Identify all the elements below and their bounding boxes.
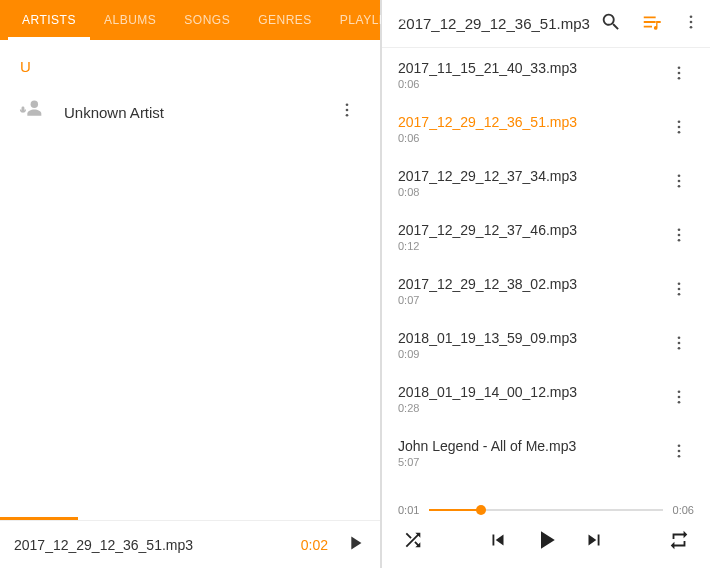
track-more-icon[interactable] [664,328,694,362]
mini-player-title: 2017_12_29_12_36_51.mp3 [14,537,301,553]
track-list: 2017_11_15_21_40_33.mp30:062017_12_29_12… [382,48,710,504]
track-info: 2017_11_15_21_40_33.mp30:06 [398,60,664,90]
svg-point-17 [678,228,681,231]
track-row[interactable]: John Legend - All of Me.mp35:07 [382,426,710,480]
artist-row[interactable]: Unknown Artist [0,83,380,141]
right-pane: 2017_12_29_12_36_51.mp3 2017_11_15_21_40… [382,0,710,568]
track-more-icon[interactable] [664,166,694,200]
svg-point-27 [678,396,681,399]
artist-name: Unknown Artist [64,104,332,121]
playback-controls [382,516,710,568]
next-button[interactable] [583,529,605,555]
tab-playlists[interactable]: PLAYLISTS [326,0,422,40]
track-title: 2018_01_19_13_59_09.mp3 [398,330,664,346]
shuffle-button[interactable] [402,529,424,555]
svg-point-24 [678,342,681,345]
header-title: 2017_12_29_12_36_51.mp3 [392,15,600,32]
mini-play-button[interactable] [344,532,366,558]
now-playing-header: 2017_12_29_12_36_51.mp3 [382,0,710,48]
search-icon[interactable] [600,11,622,37]
svg-point-4 [346,114,349,117]
track-row[interactable]: 2017_12_29_12_37_46.mp30:12 [382,210,710,264]
track-duration: 0:06 [398,132,664,144]
tab-albums[interactable]: ALBUMS [90,0,170,40]
svg-point-3 [346,109,349,112]
svg-point-29 [678,444,681,447]
mini-player[interactable]: 2017_12_29_12_36_51.mp3 0:02 [0,520,380,568]
svg-point-6 [690,20,693,23]
svg-point-8 [678,66,681,69]
tab-bar: ARTISTSALBUMSSONGSGENRESPLAYLISTS [0,0,380,40]
time-total: 0:06 [673,504,694,516]
queue-icon[interactable] [640,11,664,37]
track-more-icon[interactable] [664,112,694,146]
svg-point-26 [678,390,681,393]
tab-artists[interactable]: ARTISTS [8,0,90,40]
left-pane: ARTISTSALBUMSSONGSGENRESPLAYLISTS U Unkn… [0,0,382,568]
track-row[interactable]: 2018_01_19_14_00_12.mp30:28 [382,372,710,426]
svg-point-21 [678,288,681,291]
track-row[interactable]: 2018_01_19_13_59_09.mp30:09 [382,318,710,372]
track-row[interactable]: 2017_12_29_12_36_51.mp30:06 [382,102,710,156]
svg-point-2 [346,103,349,106]
track-duration: 0:07 [398,294,664,306]
track-more-icon[interactable] [664,220,694,254]
svg-point-30 [678,450,681,453]
tab-genres[interactable]: GENRES [244,0,326,40]
prev-button[interactable] [487,529,509,555]
track-info: 2017_12_29_12_38_02.mp30:07 [398,276,664,306]
progress-fill [429,509,480,511]
svg-point-23 [678,336,681,339]
svg-point-19 [678,239,681,242]
track-more-icon[interactable] [664,58,694,92]
svg-point-11 [678,120,681,123]
track-more-icon[interactable] [664,274,694,308]
mini-player-time: 0:02 [301,537,328,553]
track-row[interactable]: 2017_12_29_12_38_02.mp30:07 [382,264,710,318]
svg-point-0 [31,100,38,107]
play-button[interactable] [531,525,561,559]
section-letter: U [0,40,380,83]
artist-list: U Unknown Artist [0,40,380,517]
track-info: 2018_01_19_13_59_09.mp30:09 [398,330,664,360]
track-title: John Legend - All of Me.mp3 [398,438,664,454]
artist-icon [18,96,46,128]
track-duration: 0:09 [398,348,664,360]
progress-track[interactable] [429,509,662,511]
track-title: 2017_12_29_12_36_51.mp3 [398,114,664,130]
track-more-icon[interactable] [664,382,694,416]
svg-point-25 [678,347,681,350]
svg-point-15 [678,180,681,183]
svg-point-22 [678,293,681,296]
track-row[interactable]: 2017_11_15_21_40_33.mp30:06 [382,48,710,102]
track-duration: 5:07 [398,456,664,468]
svg-point-7 [690,25,693,28]
track-info: 2017_12_29_12_37_46.mp30:12 [398,222,664,252]
track-row[interactable]: 2017_12_29_12_37_34.mp30:08 [382,156,710,210]
track-info: 2017_12_29_12_36_51.mp30:06 [398,114,664,144]
svg-point-12 [678,126,681,129]
artist-more-icon[interactable] [332,95,362,129]
svg-point-5 [690,15,693,18]
track-duration: 0:28 [398,402,664,414]
svg-point-9 [678,72,681,75]
track-title: 2018_01_19_14_00_12.mp3 [398,384,664,400]
track-more-icon[interactable] [664,436,694,470]
track-info: John Legend - All of Me.mp35:07 [398,438,664,468]
progress-handle[interactable] [476,505,486,515]
track-title: 2017_12_29_12_38_02.mp3 [398,276,664,292]
tab-songs[interactable]: SONGS [170,0,244,40]
transport-controls [487,525,605,559]
progress-bar: 0:01 0:06 [382,504,710,516]
track-duration: 0:06 [398,78,664,90]
svg-point-28 [678,401,681,404]
track-info: 2018_01_19_14_00_12.mp30:28 [398,384,664,414]
track-info: 2017_12_29_12_37_34.mp30:08 [398,168,664,198]
svg-point-10 [678,77,681,80]
repeat-button[interactable] [668,529,690,555]
svg-point-14 [678,174,681,177]
track-duration: 0:12 [398,240,664,252]
header-actions [600,11,700,37]
header-more-icon[interactable] [682,13,700,35]
track-duration: 0:08 [398,186,664,198]
